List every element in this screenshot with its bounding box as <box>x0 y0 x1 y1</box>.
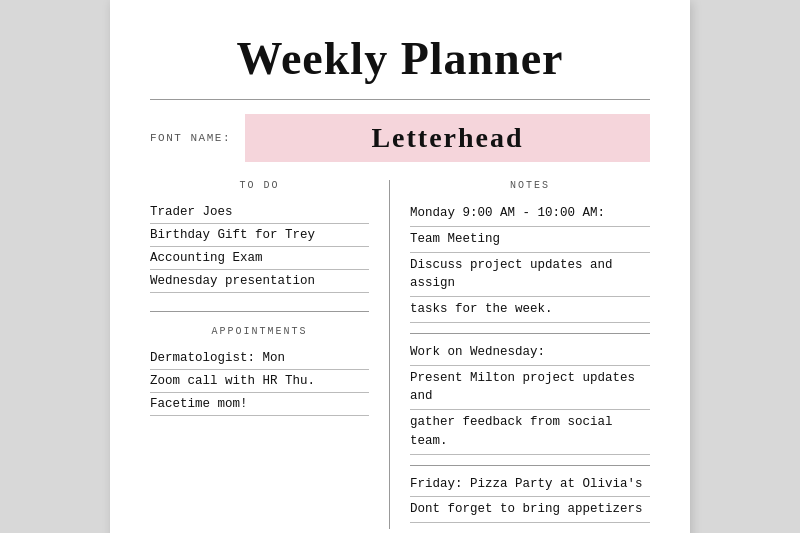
list-item: Zoom call with HR Thu. <box>150 370 369 393</box>
main-columns: TO DO Trader Joes Birthday Gift for Trey… <box>150 180 650 529</box>
top-divider <box>150 99 650 100</box>
font-name-value: Letterhead <box>245 114 650 162</box>
todo-heading: TO DO <box>150 180 369 191</box>
appointments-heading: APPOINTMENTS <box>150 326 369 337</box>
notes-divider-1 <box>410 333 650 334</box>
notes-line: Friday: Pizza Party at Olivia's <box>410 472 650 498</box>
notes-block-1: Monday 9:00 AM - 10:00 AM: Team Meeting … <box>410 201 650 323</box>
notes-heading: NOTES <box>410 180 650 191</box>
notes-block-3: Friday: Pizza Party at Olivia's Dont for… <box>410 472 650 524</box>
appointments-list: Dermatologist: Mon Zoom call with HR Thu… <box>150 347 369 416</box>
list-item: Dermatologist: Mon <box>150 347 369 370</box>
notes-line: tasks for the week. <box>410 297 650 323</box>
notes-line: Team Meeting <box>410 227 650 253</box>
list-item: Birthday Gift for Trey <box>150 224 369 247</box>
font-name-label: FONT NAME: <box>150 132 231 144</box>
notes-line: Monday 9:00 AM - 10:00 AM: <box>410 201 650 227</box>
notes-block-2: Work on Wednesday: Present Milton projec… <box>410 340 650 455</box>
planner-card: Weekly Planner FONT NAME: Letterhead TO … <box>110 0 690 533</box>
right-column: NOTES Monday 9:00 AM - 10:00 AM: Team Me… <box>390 180 650 529</box>
notes-line: Work on Wednesday: <box>410 340 650 366</box>
notes-divider-2 <box>410 465 650 466</box>
notes-line: Dont forget to bring appetizers <box>410 497 650 523</box>
planner-title: Weekly Planner <box>150 32 650 85</box>
notes-line: Present Milton project updates and <box>410 366 650 411</box>
left-column: TO DO Trader Joes Birthday Gift for Trey… <box>150 180 390 529</box>
appointments-divider <box>150 311 369 312</box>
font-name-row: FONT NAME: Letterhead <box>150 114 650 162</box>
notes-line: gather feedback from social team. <box>410 410 650 455</box>
list-item: Trader Joes <box>150 201 369 224</box>
list-item: Wednesday presentation <box>150 270 369 293</box>
list-item: Accounting Exam <box>150 247 369 270</box>
notes-line: Discuss project updates and assign <box>410 253 650 298</box>
list-item: Facetime mom! <box>150 393 369 416</box>
todo-list: Trader Joes Birthday Gift for Trey Accou… <box>150 201 369 293</box>
